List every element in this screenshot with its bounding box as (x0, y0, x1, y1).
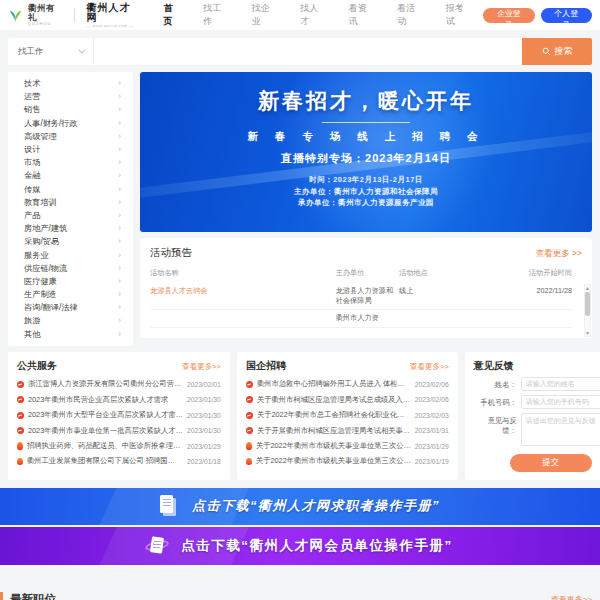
news-item[interactable]: 关于2022年衢州市市级机关事业单位第三次公… 2023/01/29 (246, 438, 449, 453)
sidebar-category-item[interactable]: 其他 › (8, 328, 133, 341)
sidebar-category-item[interactable]: 生产制造 › (8, 288, 133, 301)
news-item-icon (17, 427, 24, 434)
sidebar-category-item[interactable]: 房地产/建筑 › (8, 222, 133, 235)
chevron-right-icon: › (118, 237, 121, 246)
site-title: 衢州人才网 (86, 3, 140, 23)
news-item[interactable]: 浙江雷博人力资源开发有限公司衢州分公司营… 2023/02/01 (17, 377, 221, 392)
news-item-icon (17, 412, 24, 419)
activity-host: 衢州市人力资 (336, 313, 399, 323)
banner-live-line: 直播特别专场：2023年2月14日 (140, 151, 592, 166)
sidebar-category-item[interactable]: 金融 › (8, 169, 133, 182)
site-subtitle: — www.qzrcw.com — (86, 24, 140, 28)
info-cards-row: 公共服务 查看更多>> 浙江雷博人力资源开发有限公司衢州分公司营… 2023/0… (0, 352, 600, 480)
enterprise-login-button[interactable]: 企业登录 (483, 8, 534, 23)
document-icon (160, 495, 180, 517)
public-service-more-link[interactable]: 查看更多>> (182, 362, 221, 372)
activity-table-header: 活动名称 主办单位 活动地点 活动开始时间 (150, 268, 582, 278)
feedback-phone-input[interactable] (521, 395, 600, 409)
news-item-text: 2023年衢州市大型平台企业高层次紧缺人才需… (28, 410, 183, 420)
category-label: 市场 (24, 157, 40, 168)
nav-item[interactable]: 首页 (153, 2, 193, 28)
news-item-text: 关于开展衢州市柯城区应急管理局考试相关事… (257, 426, 411, 436)
sidebar-category-item[interactable]: 教育培训 › (8, 196, 133, 209)
sidebar-category-item[interactable]: 设计 › (8, 143, 133, 156)
sidebar-category-item[interactable]: 技术 › (8, 77, 133, 90)
news-item[interactable]: 关于衢州市柯城区应急管理局考试总成绩及入… 2023/02/06 (246, 392, 449, 407)
hero-banner[interactable]: 新春招才，暖心开年 新 春 专 场 线 上 招 聘 会 直播特别专场：2023年… (140, 72, 592, 232)
banner-content: 新春招才，暖心开年 新 春 专 场 线 上 招 聘 会 直播特别专场：2023年… (140, 87, 592, 209)
nav-item[interactable]: 找企业 (241, 2, 289, 28)
news-item-icon (246, 442, 252, 450)
feedback-submit-button[interactable]: 提交 (510, 454, 592, 472)
feedback-name-input[interactable] (521, 377, 600, 391)
news-item[interactable]: 关于2022年衢州市市级机关事业单位第三次公… 2023/01/19 (246, 454, 449, 469)
main-nav: 首页 找工作 找企业 找人才 看资讯 看活动 报考试 (153, 2, 484, 28)
sidebar-category-item[interactable]: 产品 › (8, 209, 133, 222)
chevron-right-icon: › (118, 79, 121, 88)
search-button[interactable]: 搜索 (522, 38, 592, 65)
category-label: 教育培训 (24, 197, 57, 208)
banner-subtitle: 新 春 专 场 线 上 招 聘 会 (140, 130, 592, 144)
news-item-icon (17, 381, 24, 388)
activity-preview-title: 活动预告 (150, 246, 192, 260)
scroll-up-icon[interactable]: ▲ (585, 285, 590, 291)
news-item-date: 2023/02/06 (415, 381, 449, 388)
soe-recruit-more-link[interactable]: 查看更多>> (410, 362, 449, 372)
sidebar-category-item[interactable]: 供应链/物流 › (8, 262, 133, 275)
sidebar-category-item[interactable]: 销售 › (8, 103, 133, 116)
category-label: 销售 (24, 104, 40, 115)
chevron-right-icon: › (118, 119, 121, 128)
nav-item[interactable]: 报考试 (435, 2, 483, 28)
sidebar-category-item[interactable]: 高级管理 › (8, 130, 133, 143)
sidebar-category-item[interactable]: 采购/贸易 › (8, 235, 133, 248)
news-item[interactable]: 衢州市急救中心招聘编外用工人员进入 体检… 2023/02/06 (246, 377, 449, 392)
news-item-date: 2023/01/29 (187, 443, 221, 450)
scrollbar-thumb[interactable] (585, 292, 590, 316)
nav-item[interactable]: 找工作 (192, 2, 240, 28)
search-input[interactable] (94, 38, 522, 65)
member-manual-banner[interactable]: 点击下载“衢州人才网会员单位操作手册” (0, 527, 600, 565)
sidebar-category-item[interactable]: 运营 › (8, 90, 133, 103)
news-item[interactable]: 2023年衢州市大型平台企业高层次紧缺人才需… 2023/01/30 (17, 408, 221, 423)
search-category-select[interactable]: 找工作 (8, 38, 94, 65)
activity-more-link[interactable]: 查看更多 >> (536, 248, 582, 260)
news-item-text: 招聘执业药师、药品配送员、中医诊所推拿理… (27, 441, 183, 451)
news-item[interactable]: 衢州工业发展集团有限公司下属公司 招聘国… 2023/01/18 (17, 454, 221, 469)
nav-item[interactable]: 看活动 (386, 2, 434, 28)
sidebar-category-item[interactable]: 咨询/翻译/法律 › (8, 301, 133, 314)
latest-jobs-more-link[interactable]: 查看更多>> (551, 594, 592, 600)
table-scrollbar[interactable]: ▲ ▼ (584, 284, 591, 337)
sidebar-category-item[interactable]: 人事/财务/行政 › (8, 117, 133, 130)
banner-info: 时间：2023年2月13日-2月17日 主办单位：衢州市人力资源和社会保障局 承… (140, 174, 592, 209)
news-item-text: 2023年衢州市民营企业高层次紧缺人才需求 (28, 395, 183, 405)
activity-row[interactable]: 龙游县人才云聘会 龙游县人力资源和社会保障局 线上 2022/11/28 (150, 283, 572, 310)
nav-item[interactable]: 找人才 (289, 2, 337, 28)
activity-row[interactable]: 衢州市人力资 (150, 310, 572, 328)
brand-area[interactable]: 衢州有礼 QUZHOU 衢州人才网 — www.qzrcw.com — (8, 3, 141, 28)
category-label: 服务业 (24, 250, 49, 261)
news-item[interactable]: 关于开展衢州市柯城区应急管理局考试相关事… 2023/01/31 (246, 423, 449, 438)
category-label: 房地产/建筑 (24, 223, 67, 234)
news-item[interactable]: 招聘执业药师、药品配送员、中医诊所推拿理… 2023/01/29 (17, 438, 221, 453)
news-item-text: 关于2022年衢州市总工会招聘社会化职业化… (257, 410, 411, 420)
chevron-right-icon: › (118, 92, 121, 101)
scroll-down-icon[interactable]: ▼ (585, 330, 590, 336)
feedback-content-label: 意见与反馈： (474, 413, 521, 436)
sidebar-category-item[interactable]: 服务业 › (8, 248, 133, 261)
personal-login-button[interactable]: 个人登录 (541, 8, 592, 23)
latest-jobs-title: 最新职位 (0, 592, 56, 600)
sidebar-category-item[interactable]: 旅游 › (8, 314, 133, 327)
news-item-date: 2023/01/29 (415, 443, 449, 450)
news-item[interactable]: 关于2022年衢州市总工会招聘社会化职业化… 2023/02/03 (246, 408, 449, 423)
brand-left-title: 衢州有礼 (28, 4, 63, 21)
sidebar-category-item[interactable]: 医疗健康 › (8, 275, 133, 288)
public-service-title: 公共服务 (17, 359, 57, 373)
nav-item[interactable]: 看资讯 (338, 2, 386, 28)
sidebar-category-item[interactable]: 市场 › (8, 156, 133, 169)
jobseeker-manual-banner[interactable]: 点击下载“衢州人才网求职者操作手册” (0, 488, 600, 525)
news-item[interactable]: 2023年衢州市事业单位第一批高层次紧缺人才… 2023/01/30 (17, 423, 221, 438)
feedback-content-textarea[interactable] (521, 413, 600, 446)
sidebar-category-item[interactable]: 传媒 › (8, 183, 133, 196)
news-item[interactable]: 2023年衢州市民营企业高层次紧缺人才需求 2023/01/30 (17, 392, 221, 407)
search-band: 找工作 搜索 (0, 30, 600, 72)
